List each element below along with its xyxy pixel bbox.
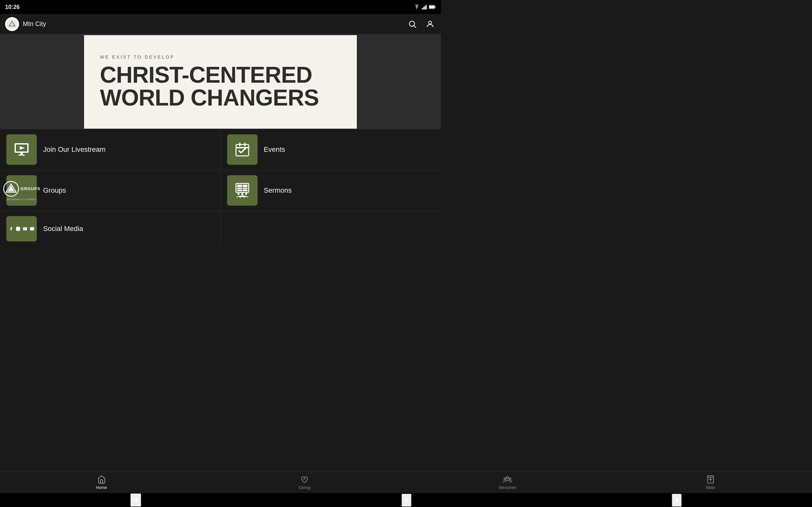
svg-rect-2 [424, 6, 425, 9]
hero-title-line2: WORLD CHANGERS [100, 85, 319, 110]
groups-icon-box: GROUPS MOUNTAIN CITY CHURCH [6, 175, 37, 206]
events-cell[interactable]: Events [221, 129, 441, 170]
svg-point-32 [238, 193, 240, 195]
app-bar-left: Mtn City [5, 17, 46, 31]
svg-line-11 [414, 26, 416, 27]
groups-logo-img: GROUPS [3, 181, 40, 197]
livestream-label: Join Our Livestream [43, 146, 106, 154]
svg-rect-16 [20, 153, 23, 155]
svg-rect-0 [422, 8, 423, 9]
social-label: Social Media [43, 225, 83, 233]
account-icon [426, 20, 435, 29]
svg-point-33 [241, 193, 243, 195]
hero-banner: WE EXIST TO DEVELOP CHRIST-CENTERED WORL… [84, 35, 357, 129]
search-button[interactable] [407, 18, 418, 30]
wifi-icon [414, 4, 420, 9]
app-bar: Mtn City [0, 14, 441, 34]
status-time: 10:26 [5, 4, 20, 10]
youtube-icon [23, 221, 27, 237]
sermons-label: Sermons [264, 186, 292, 194]
hero-title-line1: CHRIST-CENTERED [100, 62, 312, 88]
sermons-icon-box [227, 175, 258, 206]
svg-rect-3 [426, 5, 426, 9]
social-cell[interactable]: Social Media [0, 211, 221, 246]
status-icons [414, 4, 436, 9]
groups-logo-sub: MOUNTAIN CITY CHURCH [7, 199, 37, 201]
logo-icon [6, 18, 18, 30]
search-icon [408, 20, 417, 29]
grid-row-1: Join Our Livestream Events [0, 129, 441, 170]
groups-cell[interactable]: GROUPS MOUNTAIN CITY CHURCH Groups [0, 170, 221, 211]
sermons-icon [234, 182, 251, 199]
email-icon [30, 221, 34, 237]
svg-rect-5 [435, 6, 436, 8]
social-icon-box [6, 216, 37, 241]
svg-point-12 [428, 21, 432, 24]
hero-subtitle: WE EXIST TO DEVELOP [100, 55, 341, 60]
signal-icon [422, 4, 427, 9]
svg-rect-18 [236, 145, 249, 156]
svg-rect-1 [423, 7, 424, 9]
livestream-cell[interactable]: Join Our Livestream [0, 129, 221, 170]
livestream-icon-box [6, 134, 37, 165]
events-icon-box [227, 134, 258, 165]
app-title-text: Mtn City [23, 20, 46, 27]
grid-row-3: Social Media [0, 211, 441, 246]
play-icon [13, 141, 30, 158]
battery-icon [429, 5, 436, 9]
grid-row-2: GROUPS MOUNTAIN CITY CHURCH Groups [0, 170, 441, 211]
svg-rect-19 [236, 147, 249, 148]
calendar-check-icon [234, 141, 251, 158]
content-grid: Join Our Livestream Events [0, 129, 441, 246]
svg-rect-21 [244, 143, 246, 147]
groups-label: Groups [43, 186, 66, 194]
svg-rect-20 [239, 143, 241, 147]
svg-point-36 [17, 228, 19, 230]
svg-rect-17 [18, 155, 25, 156]
instagram-icon [16, 221, 20, 237]
app-logo [5, 17, 19, 31]
hero-container: WE EXIST TO DEVELOP CHRIST-CENTERED WORL… [0, 34, 441, 129]
svg-rect-6 [429, 6, 434, 9]
events-label: Events [264, 146, 285, 154]
empty-cell [221, 211, 441, 246]
hero-title: CHRIST-CENTERED WORLD CHANGERS [100, 63, 341, 109]
app-bar-right [407, 18, 436, 30]
sermons-cell[interactable]: Sermons [221, 170, 441, 211]
groups-logo-text: GROUPS [20, 187, 40, 191]
account-button[interactable] [424, 18, 436, 30]
status-bar: 10:26 [0, 0, 441, 14]
groups-logo: GROUPS MOUNTAIN CITY CHURCH [3, 181, 40, 201]
facebook-icon [9, 221, 13, 237]
groups-mountain-icon [3, 181, 19, 197]
svg-point-10 [409, 21, 415, 26]
svg-point-34 [245, 193, 247, 195]
